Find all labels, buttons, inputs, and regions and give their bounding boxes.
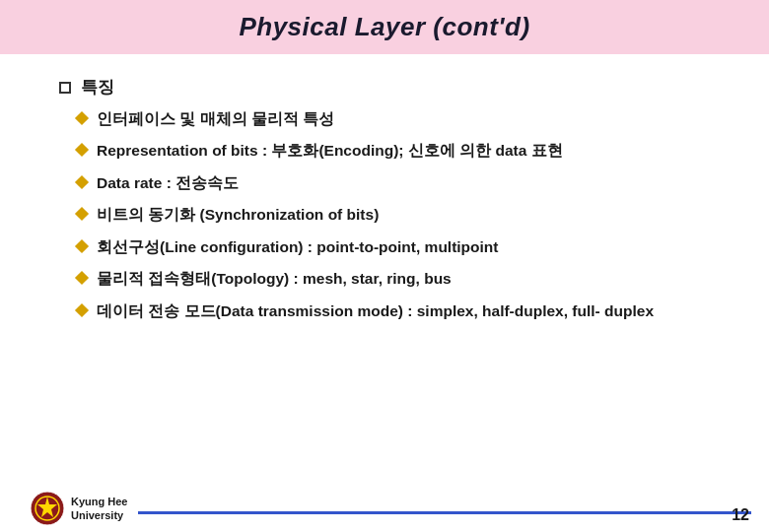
list-item: 비트의 동기화 (Synchronization of bits) [77, 204, 710, 226]
bullet-text: 인터페이스 및 매체의 물리적 특성 [97, 108, 334, 130]
bullet-text: Representation of bits : 부호화(Encoding); … [97, 140, 563, 162]
footer-logo-area: Kyung Hee University [30, 491, 127, 526]
diamond-icon [75, 143, 89, 157]
page-number: 12 [732, 506, 749, 524]
section-label: 특징 [81, 76, 114, 99]
bullet-list: 인터페이스 및 매체의 물리적 특성 Representation of bit… [77, 108, 710, 322]
bullet-text: Data rate : 전송속도 [97, 172, 239, 194]
diamond-icon [75, 207, 89, 221]
square-bullet-icon [59, 82, 71, 94]
list-item: 회선구성(Line configuration) : point-to-poin… [77, 236, 710, 258]
footer-line [138, 511, 751, 514]
list-item: 물리적 접속형태(Topology) : mesh, star, ring, b… [77, 268, 710, 290]
content-area: 특징 인터페이스 및 매체의 물리적 특성 Representation of … [0, 54, 769, 342]
bullet-text: 데이터 전송 모드(Data transmission mode) : simp… [97, 300, 654, 322]
list-item: Representation of bits : 부호화(Encoding); … [77, 140, 710, 162]
slide: Physical Layer (cont'd) 특징 인터페이스 및 매체의 물… [0, 0, 769, 532]
footer: Kyung Hee University 12 [0, 481, 769, 532]
university-logo [30, 491, 65, 526]
diamond-icon [75, 175, 89, 189]
title-bar: Physical Layer (cont'd) [0, 0, 769, 54]
bullet-text: 회선구성(Line configuration) : point-to-poin… [97, 236, 499, 258]
section-header: 특징 [59, 76, 710, 99]
list-item: Data rate : 전송속도 [77, 172, 710, 194]
bullet-text: 물리적 접속형태(Topology) : mesh, star, ring, b… [97, 268, 452, 290]
diamond-icon [75, 271, 89, 285]
university-name: Kyung Hee University [71, 495, 127, 523]
bullet-text: 비트의 동기화 (Synchronization of bits) [97, 204, 379, 226]
list-item: 데이터 전송 모드(Data transmission mode) : simp… [77, 300, 710, 322]
diamond-icon [75, 111, 89, 125]
list-item: 인터페이스 및 매체의 물리적 특성 [77, 108, 710, 130]
slide-title: Physical Layer (cont'd) [239, 12, 529, 41]
diamond-icon [75, 303, 89, 317]
diamond-icon [75, 239, 89, 253]
